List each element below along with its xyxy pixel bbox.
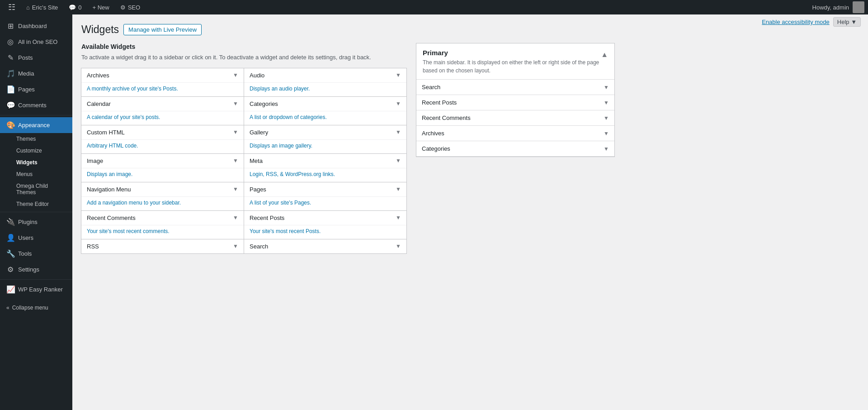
chevron-down-icon: ▼	[233, 157, 238, 164]
chevron-down-icon: ▼	[396, 215, 401, 221]
sidebar-item-appearance[interactable]: 🎨 Appearance	[0, 117, 72, 133]
pages-icon: 📄	[6, 85, 14, 94]
sidebar-widget-name: Search	[422, 84, 440, 91]
sidebar-submenu-omega[interactable]: Omega Child Themes	[0, 180, 72, 198]
help-button[interactable]: Help ▼	[833, 17, 861, 27]
widget-cell[interactable]: Recent Posts ▼ Your site's most recent P…	[244, 210, 407, 239]
sidebar-item-settings[interactable]: ⚙ Settings	[0, 262, 72, 277]
widget-name: Pages	[250, 186, 266, 193]
widget-header[interactable]: Audio ▼	[244, 68, 406, 82]
sidebar-submenu-theme-editor[interactable]: Theme Editor	[0, 198, 72, 210]
sidebar-label-settings: Settings	[18, 266, 39, 273]
sidebar-submenu-customize[interactable]: Customize	[0, 145, 72, 157]
widget-name: Navigation Menu	[87, 186, 131, 193]
sidebar-item-seo[interactable]: ◎ All in One SEO	[0, 34, 72, 50]
sidebar-item-users[interactable]: 👤 Users	[0, 230, 72, 246]
widget-grid: Archives ▼ A monthly archive of your sit…	[81, 68, 407, 254]
widget-header[interactable]: RSS ▼	[81, 239, 244, 253]
primary-sidebar-widget[interactable]: Recent Posts ▼	[416, 95, 614, 110]
chevron-down-icon: ▼	[233, 243, 238, 249]
widget-cell[interactable]: Custom HTML ▼ Arbitrary HTML code.	[81, 125, 244, 154]
chevron-down-icon: ▼	[233, 72, 238, 78]
accessibility-link[interactable]: Enable accessibility mode	[762, 19, 830, 25]
widget-cell[interactable]: Navigation Menu ▼ Add a navigation menu …	[81, 182, 244, 211]
widget-name: Recent Comments	[87, 215, 136, 221]
widget-cell[interactable]: Pages ▼ A list of your site's Pages.	[244, 182, 407, 211]
chevron-down-icon: ▼	[233, 215, 238, 221]
widget-name: Calendar	[87, 100, 111, 107]
widget-desc: Displays an image.	[81, 168, 244, 182]
comments-item[interactable]: 💬 0	[64, 0, 86, 14]
widget-cell[interactable]: Gallery ▼ Displays an image gallery.	[244, 125, 407, 154]
collapse-label: Collapse menu	[12, 305, 48, 311]
new-item[interactable]: + New	[88, 0, 113, 14]
avatar	[853, 1, 864, 13]
site-name-item[interactable]: ⌂ Eric's Site	[22, 0, 62, 14]
widget-header[interactable]: Recent Posts ▼	[244, 211, 406, 225]
sidebar-label-dashboard: Dashboard	[18, 23, 47, 29]
widget-header[interactable]: Calendar ▼	[81, 97, 244, 111]
primary-sidebar-widget[interactable]: Recent Comments ▼	[416, 110, 614, 126]
main-wrapper: ⊞ Dashboard ◎ All in One SEO ✎ Posts 🎵 M…	[0, 14, 868, 410]
sidebar-item-posts[interactable]: ✎ Posts	[0, 50, 72, 66]
sidebar-widget-name: Recent Posts	[422, 99, 457, 106]
primary-sidebar-widget[interactable]: Archives ▼	[416, 126, 614, 141]
sidebar-label-ranker: WP Easy Ranker	[18, 286, 63, 293]
widget-header[interactable]: Gallery ▼	[244, 125, 406, 139]
widget-header[interactable]: Categories ▼	[244, 97, 406, 111]
sidebar-item-dashboard[interactable]: ⊞ Dashboard	[0, 18, 72, 34]
wp-logo-item[interactable]: ☷	[4, 0, 20, 14]
sidebar-item-tools[interactable]: 🔧 Tools	[0, 246, 72, 262]
sidebar-item-pages[interactable]: 📄 Pages	[0, 81, 72, 97]
widget-cell[interactable]: Archives ▼ A monthly archive of your sit…	[81, 68, 244, 97]
widget-header[interactable]: Meta ▼	[244, 154, 406, 168]
widget-header[interactable]: Search ▼	[244, 239, 406, 253]
primary-sidebar-header: Primary The main sidebar. It is displaye…	[416, 43, 614, 80]
comment-icon: 💬	[69, 4, 76, 11]
primary-sidebar-widget[interactable]: Search ▼	[416, 80, 614, 95]
gear-icon: ⚙	[120, 4, 126, 11]
widget-header[interactable]: Custom HTML ▼	[81, 125, 244, 139]
widget-desc: A list of your site's Pages.	[244, 196, 406, 210]
new-label: + New	[92, 4, 109, 11]
widget-header[interactable]: Archives ▼	[81, 68, 244, 82]
widget-cell[interactable]: Calendar ▼ A calendar of your site's pos…	[81, 96, 244, 125]
collapse-menu[interactable]: « Collapse menu	[0, 301, 72, 315]
main-content: Widgets Manage with Live Preview Availab…	[72, 14, 868, 410]
manage-preview-button[interactable]: Manage with Live Preview	[123, 24, 202, 35]
sidebar-item-wp-easy-ranker[interactable]: 📈 WP Easy Ranker	[0, 281, 72, 297]
sidebar-submenu-themes[interactable]: Themes	[0, 133, 72, 145]
widget-cell[interactable]: Meta ▼ Login, RSS, & WordPress.org links…	[244, 153, 407, 182]
sidebar-item-comments[interactable]: 💬 Comments	[0, 97, 72, 113]
sidebar-collapse-icon[interactable]: ▲	[601, 51, 608, 59]
howdy-text: Howdy, admin	[812, 4, 849, 11]
sidebar-label-pages: Pages	[18, 86, 35, 93]
sidebar-item-plugins[interactable]: 🔌 Plugins	[0, 214, 72, 230]
available-widgets-title: Available Widgets	[81, 43, 407, 50]
widget-cell[interactable]: Categories ▼ A list or dropdown of categ…	[244, 96, 407, 125]
widget-cell[interactable]: Image ▼ Displays an image.	[81, 153, 244, 182]
chevron-down-icon: ▼	[233, 129, 238, 135]
widget-header[interactable]: Recent Comments ▼	[81, 211, 244, 225]
primary-sidebar-widget[interactable]: Categories ▼	[416, 141, 614, 157]
sidebar-item-media[interactable]: 🎵 Media	[0, 66, 72, 81]
widget-cell[interactable]: Recent Comments ▼ Your site's most recen…	[81, 210, 244, 239]
widget-desc: A calendar of your site's posts.	[81, 111, 244, 125]
primary-title: Primary	[423, 49, 601, 57]
widget-cell[interactable]: Audio ▼ Displays an audio player.	[244, 68, 407, 97]
sidebar-label-seo: All in One SEO	[18, 38, 57, 45]
sidebar-submenu-menus[interactable]: Menus	[0, 168, 72, 180]
sidebar-submenu-widgets[interactable]: Widgets	[0, 157, 72, 168]
widget-cell[interactable]: RSS ▼	[81, 239, 244, 254]
widget-header[interactable]: Navigation Menu ▼	[81, 182, 244, 196]
widget-cell[interactable]: Search ▼	[244, 239, 407, 254]
widget-name: Audio	[250, 72, 264, 79]
widget-name: Custom HTML	[87, 129, 125, 136]
widget-header[interactable]: Image ▼	[81, 154, 244, 168]
widget-header[interactable]: Pages ▼	[244, 182, 406, 196]
chevron-down-icon: ▼	[604, 100, 609, 106]
chevron-down-icon: ▼	[604, 115, 609, 121]
site-name: Eric's Site	[32, 4, 58, 11]
seo-item[interactable]: ⚙ SEO	[116, 0, 145, 14]
tools-icon: 🔧	[6, 249, 14, 258]
